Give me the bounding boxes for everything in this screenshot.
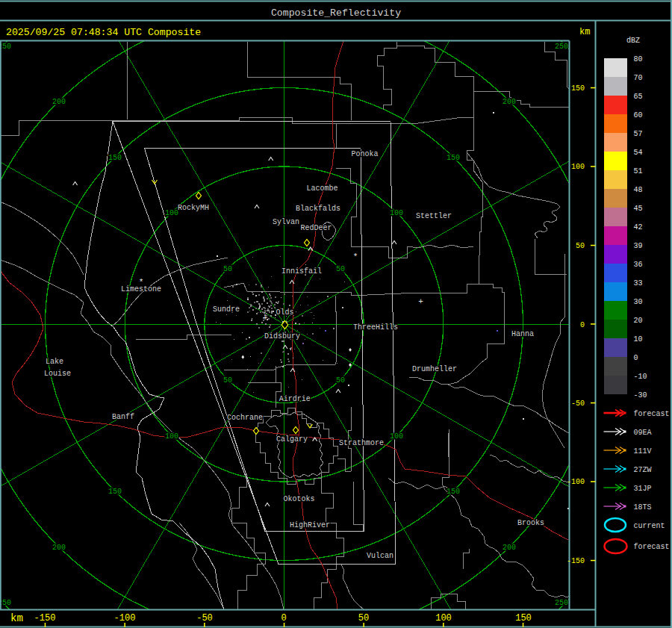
- svg-text:-150: -150: [567, 557, 585, 565]
- svg-text:250: 250: [0, 599, 11, 607]
- svg-text:dBZ: dBZ: [626, 37, 640, 45]
- svg-text:09EA: 09EA: [634, 429, 652, 437]
- svg-text:36: 36: [634, 261, 643, 269]
- svg-text:-30: -30: [634, 391, 647, 400]
- svg-text:18TS: 18TS: [634, 503, 652, 512]
- svg-text:+: +: [263, 314, 268, 323]
- svg-text:current: current: [634, 522, 665, 530]
- svg-text:100: 100: [165, 209, 178, 217]
- svg-text:-100: -100: [567, 478, 585, 486]
- svg-text:42: 42: [634, 223, 643, 231]
- svg-text:Ponoka: Ponoka: [351, 150, 378, 158]
- svg-text:Calgary: Calgary: [276, 435, 308, 444]
- svg-text:Blackfalds: Blackfalds: [296, 205, 340, 213]
- svg-text:Composite_Reflectivity: Composite_Reflectivity: [271, 7, 401, 19]
- svg-text:Cochrane: Cochrane: [227, 414, 263, 422]
- svg-text:-10: -10: [634, 373, 647, 381]
- svg-text:-50: -50: [196, 613, 213, 624]
- svg-text:250: 250: [0, 43, 11, 51]
- svg-text:forecast: forecast: [634, 543, 670, 551]
- svg-text:0: 0: [580, 321, 585, 329]
- svg-text:39: 39: [634, 242, 643, 250]
- svg-text:Lake: Lake: [46, 358, 63, 366]
- svg-text:Airdrie: Airdrie: [279, 395, 311, 403]
- svg-text:111V: 111V: [634, 447, 652, 456]
- svg-text:200: 200: [503, 544, 516, 552]
- svg-text:km: km: [579, 27, 590, 37]
- svg-text:Vulcan: Vulcan: [367, 552, 393, 560]
- svg-text:48: 48: [634, 186, 643, 194]
- svg-text:30: 30: [634, 298, 643, 306]
- svg-text:150: 150: [108, 488, 122, 496]
- svg-text:Olds: Olds: [276, 308, 293, 317]
- svg-text:250: 250: [555, 43, 568, 51]
- svg-text:0: 0: [281, 613, 286, 624]
- svg-text:50: 50: [576, 242, 585, 250]
- svg-text:31JP: 31JP: [634, 485, 652, 493]
- svg-text:-50: -50: [571, 400, 585, 408]
- svg-text:100: 100: [435, 613, 452, 624]
- svg-text:RedDeer: RedDeer: [300, 224, 332, 232]
- svg-text:km: km: [10, 612, 23, 624]
- svg-text:100: 100: [165, 432, 178, 441]
- svg-text:70: 70: [634, 74, 643, 82]
- svg-text:150: 150: [571, 84, 585, 93]
- svg-text:-150: -150: [34, 613, 56, 624]
- svg-text:50: 50: [358, 613, 369, 624]
- svg-text:54: 54: [634, 149, 643, 157]
- svg-text:2025/09/25 07:48:34 UTC Compos: 2025/09/25 07:48:34 UTC Composite: [6, 27, 201, 38]
- svg-text:Brooks: Brooks: [517, 519, 544, 527]
- svg-text:150: 150: [447, 154, 460, 162]
- svg-text:150: 150: [108, 154, 122, 162]
- svg-text:Okotoks: Okotoks: [283, 495, 314, 503]
- svg-text:200: 200: [52, 544, 66, 552]
- svg-text:50: 50: [336, 265, 345, 273]
- svg-text:ThreeHills: ThreeHills: [353, 323, 398, 332]
- svg-text:100: 100: [390, 432, 403, 441]
- svg-text:Didsbury: Didsbury: [264, 332, 300, 341]
- svg-text:Drumheller: Drumheller: [412, 365, 457, 373]
- svg-text:200: 200: [503, 98, 516, 106]
- svg-text:50: 50: [223, 265, 232, 273]
- svg-text:50: 50: [223, 376, 232, 385]
- svg-text:RockyMH: RockyMH: [178, 204, 209, 212]
- svg-text:Hanna: Hanna: [511, 330, 534, 338]
- svg-text:0: 0: [634, 354, 638, 362]
- svg-text:57: 57: [634, 130, 643, 138]
- svg-text:forecast: forecast: [634, 410, 670, 418]
- svg-text:-100: -100: [114, 613, 136, 624]
- svg-text:80: 80: [634, 55, 643, 63]
- svg-text:65: 65: [634, 93, 643, 101]
- svg-text:27ZW: 27ZW: [634, 466, 652, 474]
- svg-text:45: 45: [634, 205, 643, 213]
- svg-text:+: +: [418, 297, 423, 306]
- svg-text:Innisfail: Innisfail: [281, 267, 322, 276]
- svg-text:51: 51: [634, 167, 643, 175]
- svg-text:Sylvan: Sylvan: [273, 218, 299, 226]
- svg-text:50: 50: [336, 376, 345, 385]
- svg-text:HighRiver: HighRiver: [290, 521, 330, 529]
- svg-text:Louise: Louise: [44, 370, 71, 378]
- svg-text:100: 100: [390, 209, 403, 217]
- svg-text:Banff: Banff: [112, 413, 134, 421]
- svg-text:150: 150: [447, 488, 460, 496]
- svg-text:Sundre: Sundre: [213, 305, 240, 314]
- svg-text:150: 150: [515, 613, 532, 624]
- svg-text:Lacombe: Lacombe: [306, 184, 337, 193]
- svg-text:200: 200: [52, 98, 66, 106]
- svg-text:*: *: [353, 252, 358, 261]
- svg-text:100: 100: [571, 163, 585, 171]
- svg-text:10: 10: [634, 335, 643, 343]
- svg-text:*: *: [139, 278, 144, 287]
- svg-text:Strathmore: Strathmore: [339, 439, 384, 447]
- svg-text:60: 60: [634, 111, 643, 119]
- svg-text:250: 250: [555, 599, 568, 607]
- svg-text:20: 20: [634, 317, 643, 325]
- svg-text:Stettler: Stettler: [416, 212, 452, 220]
- svg-text:33: 33: [634, 279, 643, 287]
